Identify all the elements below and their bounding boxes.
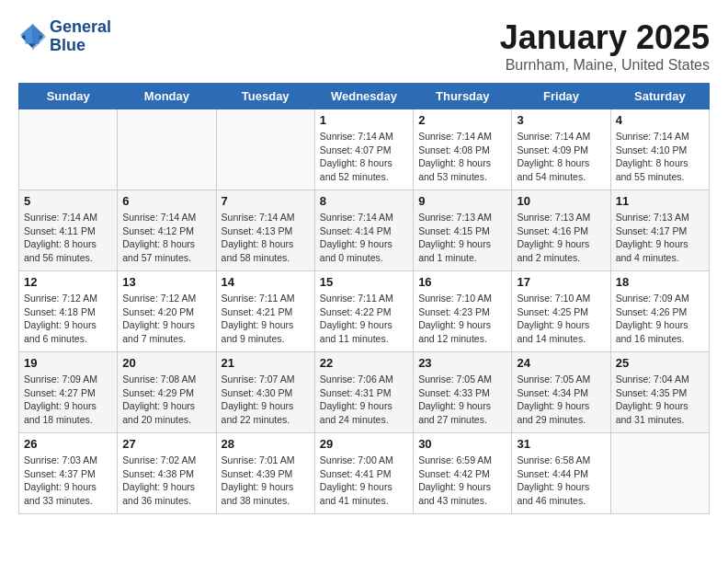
day-info: Sunrise: 7:09 AM Sunset: 4:27 PM Dayligh… [24, 373, 112, 427]
week-row-1: 1Sunrise: 7:14 AM Sunset: 4:07 PM Daylig… [19, 109, 710, 190]
calendar-cell: 15Sunrise: 7:11 AM Sunset: 4:22 PM Dayli… [314, 271, 413, 352]
day-number: 16 [418, 275, 506, 289]
day-number: 7 [222, 194, 310, 208]
calendar-cell: 8Sunrise: 7:14 AM Sunset: 4:14 PM Daylig… [314, 190, 413, 271]
calendar-cell: 2Sunrise: 7:14 AM Sunset: 4:08 PM Daylig… [414, 109, 512, 190]
calendar-cell: 18Sunrise: 7:09 AM Sunset: 4:26 PM Dayli… [610, 271, 709, 352]
column-header-sunday: Sunday [19, 84, 118, 109]
day-info: Sunrise: 7:04 AM Sunset: 4:35 PM Dayligh… [616, 373, 704, 427]
day-info: Sunrise: 7:01 AM Sunset: 4:39 PM Dayligh… [222, 454, 310, 508]
day-info: Sunrise: 7:14 AM Sunset: 4:13 PM Dayligh… [222, 211, 310, 265]
day-info: Sunrise: 7:05 AM Sunset: 4:34 PM Dayligh… [517, 373, 605, 427]
day-info: Sunrise: 7:10 AM Sunset: 4:23 PM Dayligh… [418, 292, 506, 346]
calendar-cell [19, 109, 118, 190]
day-info: Sunrise: 7:08 AM Sunset: 4:29 PM Dayligh… [122, 373, 210, 427]
calendar-cell: 30Sunrise: 6:59 AM Sunset: 4:42 PM Dayli… [414, 433, 512, 514]
column-header-thursday: Thursday [414, 84, 512, 109]
day-info: Sunrise: 7:06 AM Sunset: 4:31 PM Dayligh… [320, 373, 408, 427]
day-number: 9 [418, 194, 506, 208]
calendar-cell: 17Sunrise: 7:10 AM Sunset: 4:25 PM Dayli… [512, 271, 610, 352]
day-info: Sunrise: 7:13 AM Sunset: 4:15 PM Dayligh… [418, 211, 506, 265]
day-info: Sunrise: 7:11 AM Sunset: 4:22 PM Dayligh… [320, 292, 408, 346]
day-number: 21 [222, 356, 310, 370]
calendar-cell [118, 109, 216, 190]
calendar-cell: 16Sunrise: 7:10 AM Sunset: 4:23 PM Dayli… [414, 271, 512, 352]
logo-text: General Blue [50, 18, 111, 55]
day-info: Sunrise: 7:02 AM Sunset: 4:38 PM Dayligh… [122, 454, 210, 508]
day-info: Sunrise: 7:11 AM Sunset: 4:21 PM Dayligh… [222, 292, 310, 346]
day-info: Sunrise: 7:14 AM Sunset: 4:10 PM Dayligh… [616, 130, 704, 184]
column-header-monday: Monday [118, 84, 216, 109]
day-number: 13 [122, 275, 210, 289]
week-row-5: 26Sunrise: 7:03 AM Sunset: 4:37 PM Dayli… [19, 433, 710, 514]
day-info: Sunrise: 7:00 AM Sunset: 4:41 PM Dayligh… [320, 454, 408, 508]
day-number: 4 [616, 113, 704, 127]
calendar-cell: 7Sunrise: 7:14 AM Sunset: 4:13 PM Daylig… [216, 190, 314, 271]
day-number: 22 [320, 356, 408, 370]
day-info: Sunrise: 7:10 AM Sunset: 4:25 PM Dayligh… [517, 292, 605, 346]
day-number: 1 [320, 113, 408, 127]
calendar-cell: 12Sunrise: 7:12 AM Sunset: 4:18 PM Dayli… [19, 271, 118, 352]
day-number: 26 [24, 437, 112, 451]
day-info: Sunrise: 7:09 AM Sunset: 4:26 PM Dayligh… [616, 292, 704, 346]
calendar-cell: 19Sunrise: 7:09 AM Sunset: 4:27 PM Dayli… [19, 352, 118, 433]
calendar-cell: 26Sunrise: 7:03 AM Sunset: 4:37 PM Dayli… [19, 433, 118, 514]
day-number: 28 [222, 437, 310, 451]
day-info: Sunrise: 7:13 AM Sunset: 4:16 PM Dayligh… [517, 211, 605, 265]
day-info: Sunrise: 7:03 AM Sunset: 4:37 PM Dayligh… [24, 454, 112, 508]
calendar-cell: 29Sunrise: 7:00 AM Sunset: 4:41 PM Dayli… [314, 433, 413, 514]
day-number: 29 [320, 437, 408, 451]
logo-icon [18, 23, 46, 51]
day-number: 2 [418, 113, 506, 127]
day-info: Sunrise: 7:14 AM Sunset: 4:14 PM Dayligh… [320, 211, 408, 265]
day-number: 10 [517, 194, 605, 208]
day-number: 19 [24, 356, 112, 370]
day-info: Sunrise: 7:14 AM Sunset: 4:07 PM Dayligh… [320, 130, 408, 184]
day-number: 11 [616, 194, 704, 208]
calendar-cell: 21Sunrise: 7:07 AM Sunset: 4:30 PM Dayli… [216, 352, 314, 433]
day-number: 5 [24, 194, 112, 208]
day-info: Sunrise: 6:58 AM Sunset: 4:44 PM Dayligh… [517, 454, 605, 508]
calendar-cell: 6Sunrise: 7:14 AM Sunset: 4:12 PM Daylig… [118, 190, 216, 271]
week-row-2: 5Sunrise: 7:14 AM Sunset: 4:11 PM Daylig… [19, 190, 710, 271]
month-title: January 2025 [500, 18, 710, 57]
calendar-cell: 25Sunrise: 7:04 AM Sunset: 4:35 PM Dayli… [610, 352, 709, 433]
calendar-cell: 31Sunrise: 6:58 AM Sunset: 4:44 PM Dayli… [512, 433, 610, 514]
calendar-cell: 9Sunrise: 7:13 AM Sunset: 4:15 PM Daylig… [414, 190, 512, 271]
calendar-cell: 14Sunrise: 7:11 AM Sunset: 4:21 PM Dayli… [216, 271, 314, 352]
column-header-saturday: Saturday [610, 84, 709, 109]
location: Burnham, Maine, United States [500, 57, 710, 74]
day-info: Sunrise: 7:14 AM Sunset: 4:12 PM Dayligh… [122, 211, 210, 265]
column-header-wednesday: Wednesday [314, 84, 413, 109]
calendar-cell: 5Sunrise: 7:14 AM Sunset: 4:11 PM Daylig… [19, 190, 118, 271]
calendar-cell: 23Sunrise: 7:05 AM Sunset: 4:33 PM Dayli… [414, 352, 512, 433]
calendar-cell: 11Sunrise: 7:13 AM Sunset: 4:17 PM Dayli… [610, 190, 709, 271]
day-number: 20 [122, 356, 210, 370]
header: General Blue January 2025 Burnham, Maine… [18, 18, 710, 74]
day-number: 3 [517, 113, 605, 127]
day-number: 27 [122, 437, 210, 451]
logo: General Blue [18, 18, 111, 55]
day-number: 15 [320, 275, 408, 289]
calendar-cell: 22Sunrise: 7:06 AM Sunset: 4:31 PM Dayli… [314, 352, 413, 433]
day-number: 30 [418, 437, 506, 451]
week-row-4: 19Sunrise: 7:09 AM Sunset: 4:27 PM Dayli… [19, 352, 710, 433]
day-info: Sunrise: 7:05 AM Sunset: 4:33 PM Dayligh… [418, 373, 506, 427]
day-info: Sunrise: 7:12 AM Sunset: 4:20 PM Dayligh… [122, 292, 210, 346]
day-info: Sunrise: 7:13 AM Sunset: 4:17 PM Dayligh… [616, 211, 704, 265]
column-header-friday: Friday [512, 84, 610, 109]
calendar-cell: 27Sunrise: 7:02 AM Sunset: 4:38 PM Dayli… [118, 433, 216, 514]
day-number: 31 [517, 437, 605, 451]
calendar-cell: 3Sunrise: 7:14 AM Sunset: 4:09 PM Daylig… [512, 109, 610, 190]
calendar-cell: 1Sunrise: 7:14 AM Sunset: 4:07 PM Daylig… [314, 109, 413, 190]
day-number: 8 [320, 194, 408, 208]
day-number: 14 [222, 275, 310, 289]
day-number: 23 [418, 356, 506, 370]
day-info: Sunrise: 7:14 AM Sunset: 4:08 PM Dayligh… [418, 130, 506, 184]
calendar-cell: 4Sunrise: 7:14 AM Sunset: 4:10 PM Daylig… [610, 109, 709, 190]
day-number: 25 [616, 356, 704, 370]
day-number: 17 [517, 275, 605, 289]
title-section: January 2025 Burnham, Maine, United Stat… [500, 18, 710, 74]
calendar-cell: 28Sunrise: 7:01 AM Sunset: 4:39 PM Dayli… [216, 433, 314, 514]
day-info: Sunrise: 6:59 AM Sunset: 4:42 PM Dayligh… [418, 454, 506, 508]
